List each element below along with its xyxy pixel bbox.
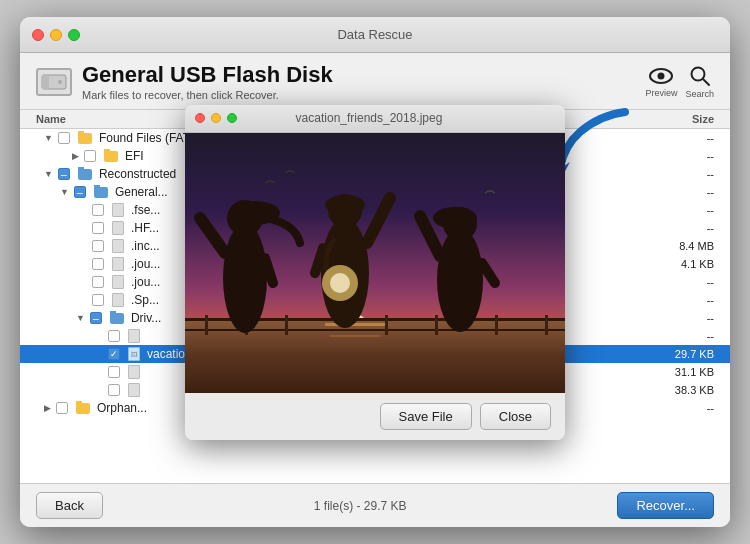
modal-max-traffic[interactable] — [227, 113, 237, 123]
preview-modal: vacation_friends_2018.jpeg — [185, 105, 565, 440]
save-file-button[interactable]: Save File — [380, 403, 472, 430]
modal-min-traffic[interactable] — [211, 113, 221, 123]
photo-svg — [185, 133, 565, 393]
modal-close-traffic[interactable] — [195, 113, 205, 123]
svg-rect-41 — [185, 133, 565, 393]
modal-image-container — [185, 133, 565, 393]
modal-footer: Save File Close — [185, 393, 565, 440]
modal-titlebar: vacation_friends_2018.jpeg — [185, 105, 565, 133]
modal-title: vacation_friends_2018.jpeg — [243, 111, 495, 125]
modal-overlay: vacation_friends_2018.jpeg — [20, 17, 730, 527]
main-window: Data Rescue General USB Flash Disk Mark … — [20, 17, 730, 527]
modal-close-button[interactable]: Close — [480, 403, 551, 430]
